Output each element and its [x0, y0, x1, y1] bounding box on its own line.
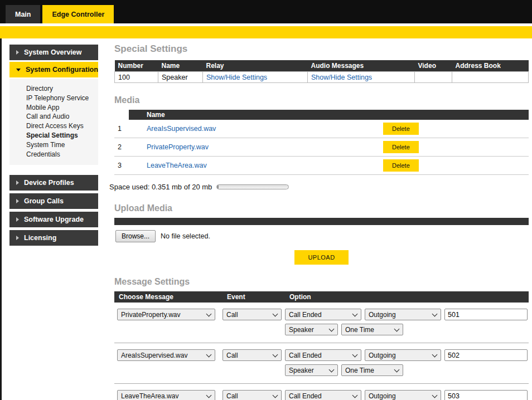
page-title: Special Settings: [114, 43, 529, 55]
page: Main Edge Controller System Overview Sys…: [0, 0, 532, 400]
media-row-index: 1: [114, 125, 129, 133]
relay-show-hide-link[interactable]: Show/Hide Settings: [206, 74, 267, 81]
left-edge-border: [0, 38, 2, 400]
audio-show-hide-link[interactable]: Show/Hide Settings: [311, 74, 372, 81]
direction-select[interactable]: Outgoing: [365, 390, 441, 400]
sidebar-item-directory[interactable]: Directory: [9, 84, 98, 94]
upload-button[interactable]: UPLOAD: [294, 250, 349, 265]
sidebar-item-licensing[interactable]: Licensing: [9, 230, 98, 246]
message-select[interactable]: AreaIsSupervised.wav: [117, 349, 215, 361]
number-input[interactable]: [444, 349, 528, 361]
nav-label: Software Upgrade: [24, 216, 84, 223]
space-used-label: Space used: 0.351 mb of 20 mb: [109, 183, 212, 191]
select-wrap: Call Ended: [285, 349, 361, 361]
sidebar-item-software-upgrade[interactable]: Software Upgrade: [9, 212, 98, 227]
message-select[interactable]: PrivateProperty.wav: [117, 309, 215, 320]
col-name: Name: [158, 60, 203, 72]
event-select[interactable]: Call: [223, 390, 282, 400]
space-used-bar: [216, 184, 289, 189]
select-wrap: Call: [223, 349, 282, 361]
select-wrap: One Time: [341, 324, 403, 335]
option-line-1: Call Ended Outgoing: [285, 309, 529, 320]
call-state-select[interactable]: Call Ended: [285, 309, 361, 320]
media-row: 1 AreaIsSupervised.wav Delete: [114, 120, 529, 138]
upload-media-heading: Upload Media: [114, 203, 529, 213]
delete-button[interactable]: Delete: [383, 159, 419, 172]
sidebar-item-credentials[interactable]: Credentials: [9, 150, 98, 159]
direction-select[interactable]: Outgoing: [365, 309, 441, 320]
output-select[interactable]: Speaker: [285, 364, 338, 376]
nav-label: Licensing: [24, 234, 56, 242]
space-used-bar-fill: [217, 185, 218, 189]
message-settings-row: LeaveTheArea.wav Call Call Ended Outgoin…: [114, 384, 529, 400]
media-file-link[interactable]: LeaveTheArea.wav: [147, 162, 207, 169]
select-wrap: Speaker: [285, 324, 338, 335]
select-wrap: Speaker: [285, 364, 338, 376]
output-select[interactable]: Speaker: [285, 324, 338, 335]
space-used-row: Space used: 0.351 mb of 20 mb: [109, 183, 529, 191]
tab-edge-controller[interactable]: Edge Controller: [42, 5, 114, 23]
sidebar-item-direct-access-keys[interactable]: Direct Access Keys: [9, 121, 98, 131]
browse-button[interactable]: Browse...: [115, 230, 156, 242]
repeat-select[interactable]: One Time: [341, 364, 403, 376]
media-file-link[interactable]: AreaIsSupervised.wav: [147, 125, 216, 133]
sidebar-item-system-time[interactable]: System Time: [9, 140, 98, 150]
event-select[interactable]: Call: [223, 349, 282, 361]
select-wrap: PrivateProperty.wav: [117, 309, 215, 320]
file-picker-row: Browse... No file selected.: [114, 225, 529, 245]
call-state-select[interactable]: Call Ended: [285, 349, 361, 361]
sidebar-item-special-settings[interactable]: Special Settings: [9, 131, 98, 140]
col-video: Video: [415, 60, 452, 72]
chevron-down-icon: [16, 69, 21, 71]
media-heading: Media: [114, 95, 529, 105]
select-wrap: Outgoing: [365, 390, 441, 400]
message-settings-row: AreaIsSupervised.wav Call Call Ended Out…: [114, 343, 529, 384]
main-content: Special Settings Number Name Relay Audio…: [114, 38, 529, 400]
select-wrap: Call: [223, 390, 282, 400]
media-file-link[interactable]: PrivateProperty.wav: [147, 143, 209, 151]
top-bar: Main Edge Controller: [0, 0, 532, 23]
cell-number: 100: [115, 72, 158, 83]
number-input[interactable]: [444, 309, 528, 320]
option-line-2: Speaker One Time: [285, 364, 529, 376]
chevron-right-icon: [16, 236, 19, 240]
media-table-header: Name: [114, 110, 529, 120]
sidebar-item-system-overview[interactable]: System Overview: [9, 45, 98, 60]
select-wrap: Call: [223, 309, 282, 320]
option-line-2: Speaker One Time: [285, 324, 529, 335]
media-row: 3 LeaveTheArea.wav Delete: [114, 157, 529, 175]
chevron-right-icon: [16, 50, 19, 55]
sidebar-item-group-calls[interactable]: Group Calls: [9, 193, 98, 209]
sidebar-item-system-configuration[interactable]: System Configuration: [9, 62, 98, 77]
sidebar-item-ip-telephony-service[interactable]: IP Telephony Service: [9, 94, 98, 103]
select-wrap: Call Ended: [285, 309, 361, 320]
cell-video: [415, 72, 452, 83]
media-index-spacer: [114, 110, 129, 120]
delete-button[interactable]: Delete: [383, 123, 419, 135]
chevron-right-icon: [16, 199, 19, 203]
number-input[interactable]: [444, 390, 528, 400]
select-wrap: Outgoing: [365, 309, 441, 320]
event-select[interactable]: Call: [223, 309, 282, 320]
sidebar-item-call-and-audio[interactable]: Call and Audio: [9, 112, 98, 121]
table-row: 100 Speaker Show/Hide Settings Show/Hide…: [115, 72, 529, 83]
call-state-select[interactable]: Call Ended: [285, 390, 361, 400]
message-select[interactable]: LeaveTheArea.wav: [117, 390, 215, 400]
repeat-select[interactable]: One Time: [341, 324, 403, 335]
media-row-index: 3: [114, 162, 129, 169]
nav-label: Device Profiles: [24, 179, 74, 187]
cell-relay: Show/Hide Settings: [203, 72, 308, 83]
media-name-header: Name: [129, 110, 529, 120]
sidebar-item-device-profiles[interactable]: Device Profiles: [9, 175, 98, 191]
select-wrap: Call Ended: [285, 390, 361, 400]
tab-main[interactable]: Main: [6, 5, 40, 23]
direction-select[interactable]: Outgoing: [365, 349, 441, 361]
delete-button[interactable]: Delete: [383, 141, 419, 153]
col-choose-message: Choose Message: [114, 293, 223, 301]
sidebar-bottom-group: Device Profiles Group Calls Software Upg…: [9, 175, 98, 246]
message-settings-row: PrivateProperty.wav Call Call Ended Outg…: [114, 303, 529, 343]
cell-name: Speaker: [158, 72, 203, 83]
file-status-label: No file selected.: [161, 232, 210, 240]
sidebar-item-mobile-app[interactable]: Mobile App: [9, 103, 98, 113]
option-line-1: Call Ended Outgoing: [285, 390, 529, 400]
